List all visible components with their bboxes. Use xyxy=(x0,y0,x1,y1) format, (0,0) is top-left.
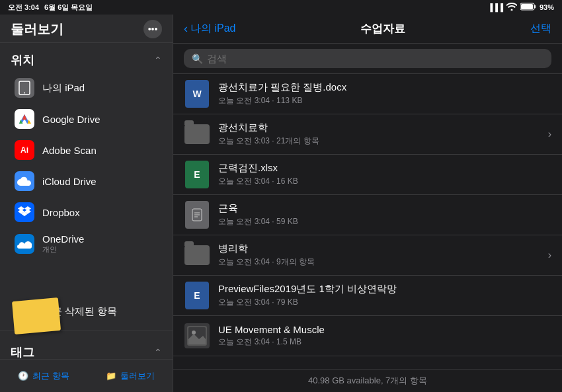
nav-back-button[interactable]: ‹ 나의 iPad xyxy=(184,22,235,36)
status-bar: 오전 3:04 6월 6일 목요일 ▐▐▐ 93% xyxy=(0,0,562,15)
search-icon: 🔍 xyxy=(192,54,203,64)
icloud-icon xyxy=(15,171,34,191)
recent-items-button[interactable]: 🕐 최근 항목 xyxy=(18,370,69,382)
file-name-6: PreviewFiles2019년도 1학기 비상연락망 xyxy=(218,283,551,295)
file-meta-7: 오늘 오전 3:04 · 1.5 MB xyxy=(218,336,551,348)
tags-chevron-icon: ⌃ xyxy=(154,347,162,358)
onedrive-label-wrap: OneDrive 개인 xyxy=(42,233,84,255)
file-name-4: 근육 xyxy=(218,202,551,215)
search-input[interactable] xyxy=(207,53,543,64)
sticky-note xyxy=(12,297,61,334)
status-right: ▐▐▐ 93% xyxy=(488,3,554,12)
file-icon-4 xyxy=(184,202,210,228)
file-name-7: UE Movement & Muscle xyxy=(218,324,551,335)
file-info-2: 광선치료학 오늘 오전 3:03 · 21개의 항목 xyxy=(218,122,540,147)
generic-icon xyxy=(185,201,209,229)
folder-chevron-icon-2: › xyxy=(548,249,551,261)
nav-back-label: 나의 iPad xyxy=(190,22,235,36)
file-item-3[interactable]: E 근력검진.xlsx 오늘 오전 3:04 · 16 KB xyxy=(173,155,562,195)
tags-section-header: 태그 ⌃ xyxy=(0,335,173,359)
onedrive-icon xyxy=(15,234,34,254)
file-item-1[interactable]: W 광선치료가 필요한 질병.docx 오늘 오전 3:04 · 113 KB xyxy=(173,74,562,114)
file-item-5[interactable]: 병리학 오늘 오전 3:04 · 9개의 항목 › xyxy=(173,235,562,276)
folder-icon: 📁 xyxy=(106,371,116,381)
search-bar-wrapper: 🔍 xyxy=(173,44,562,74)
svg-point-4 xyxy=(24,93,25,94)
sidebar-header: 둘러보기 ••• xyxy=(0,15,173,43)
sidebar: 둘러보기 ••• 위치 ⌃ 나의 iPad Google Drive xyxy=(0,15,173,392)
recent-label: 최근 항목 xyxy=(32,370,69,382)
location-section-label: 위치 xyxy=(11,52,34,68)
file-info-7: UE Movement & Muscle 오늘 오전 3:04 · 1.5 MB xyxy=(218,324,551,348)
file-icon-3: E xyxy=(184,161,210,188)
file-meta-4: 오늘 오전 3:04 · 59 KB xyxy=(218,216,551,227)
battery-percent: 93% xyxy=(540,3,554,11)
sidebar-content: 위치 ⌃ 나의 iPad Google Drive Ai Adobe Sc xyxy=(0,43,173,359)
gdrive-label: Google Drive xyxy=(42,114,100,125)
sidebar-item-dropbox[interactable]: Dropbox xyxy=(4,197,169,227)
battery-icon xyxy=(520,3,536,12)
icloud-label: iCloud Drive xyxy=(42,176,97,187)
gdrive-icon xyxy=(15,109,34,129)
file-item-4[interactable]: 근육 오늘 오전 3:04 · 59 KB xyxy=(173,195,562,235)
file-icon-6: E xyxy=(184,282,210,309)
status-left: 오전 3:04 6월 6일 목요일 xyxy=(8,3,93,13)
signal-icon: ▐▐▐ xyxy=(488,3,503,11)
svg-rect-1 xyxy=(534,5,536,9)
file-info-5: 병리학 오늘 오전 3:04 · 9개의 항목 xyxy=(218,243,540,268)
status-footer: 40.98 GB available, 7개의 항목 xyxy=(173,369,562,392)
location-section-header: 위치 ⌃ xyxy=(0,43,173,72)
sidebar-item-onedrive[interactable]: OneDrive 개인 xyxy=(4,228,169,260)
sidebar-item-ipad[interactable]: 나의 iPad xyxy=(4,73,169,103)
file-icon-1: W xyxy=(184,81,210,107)
file-info-3: 근력검진.xlsx 오늘 오전 3:04 · 16 KB xyxy=(218,162,551,187)
file-icon-7 xyxy=(184,323,210,349)
status-time: 오전 3:04 xyxy=(8,3,39,13)
select-button[interactable]: 선택 xyxy=(530,22,551,36)
file-item-6[interactable]: E PreviewFiles2019년도 1학기 비상연락망 오늘 오전 3:0… xyxy=(173,276,562,316)
sidebar-title: 둘러보기 xyxy=(11,20,63,38)
sidebar-item-adobe[interactable]: Ai Adobe Scan xyxy=(4,135,169,165)
clock-icon: 🕐 xyxy=(18,371,28,381)
word-icon: W xyxy=(185,80,209,108)
file-icon-2 xyxy=(184,121,210,147)
dropbox-icon xyxy=(15,202,34,222)
status-date: 6월 6일 목요일 xyxy=(44,3,93,13)
adobe-label: Adobe Scan xyxy=(42,145,97,156)
search-bar: 🔍 xyxy=(184,49,551,68)
adobe-icon: Ai xyxy=(15,140,34,160)
sidebar-item-gdrive[interactable]: Google Drive xyxy=(4,104,169,134)
file-list: W 광선치료가 필요한 질병.docx 오늘 오전 3:04 · 113 KB … xyxy=(173,74,562,369)
nav-bar: ‹ 나의 iPad 수업자료 선택 xyxy=(173,15,562,44)
onedrive-label: OneDrive xyxy=(42,233,84,245)
dropbox-label: Dropbox xyxy=(42,207,80,218)
back-chevron-icon: ‹ xyxy=(184,22,188,36)
file-meta-3: 오늘 오전 3:04 · 16 KB xyxy=(218,176,551,187)
location-chevron-icon: ⌃ xyxy=(154,55,162,65)
nav-title: 수업자료 xyxy=(360,21,405,36)
sidebar-item-icloud[interactable]: iCloud Drive xyxy=(4,166,169,196)
file-icon-5 xyxy=(184,242,210,268)
file-meta-2: 오늘 오전 3:03 · 21개의 항목 xyxy=(218,136,540,147)
file-info-6: PreviewFiles2019년도 1학기 비상연락망 오늘 오전 3:04 … xyxy=(218,283,551,308)
sidebar-bottom: 🕐 최근 항목 📁 둘러보기 xyxy=(0,359,173,392)
file-name-5: 병리학 xyxy=(218,243,540,255)
browse-label: 둘러보기 xyxy=(120,370,155,382)
file-info-1: 광선치료가 필요한 질병.docx 오늘 오전 3:04 · 113 KB xyxy=(218,81,551,106)
folder-icon-1 xyxy=(184,124,210,144)
sidebar-more-button[interactable]: ••• xyxy=(143,20,162,38)
tags-section-label: 태그 xyxy=(11,344,34,359)
main-content: ‹ 나의 iPad 수업자료 선택 🔍 W 광선치료가 필요한 질병.docx xyxy=(173,15,562,392)
onedrive-sublabel: 개인 xyxy=(42,245,84,255)
wifi-icon xyxy=(506,3,517,12)
file-item-2[interactable]: 광선치료학 오늘 오전 3:03 · 21개의 항목 › xyxy=(173,114,562,155)
main-layout: 둘러보기 ••• 위치 ⌃ 나의 iPad Google Drive xyxy=(0,15,562,392)
file-item-7[interactable]: UE Movement & Muscle 오늘 오전 3:04 · 1.5 MB xyxy=(173,316,562,356)
folder-icon-2 xyxy=(184,245,210,265)
ipad-icon xyxy=(15,78,34,98)
browse-button[interactable]: 📁 둘러보기 xyxy=(106,370,155,382)
file-name-3: 근력검진.xlsx xyxy=(218,162,551,175)
word-icon-2: E xyxy=(185,282,209,309)
file-meta-6: 오늘 오전 3:04 · 79 KB xyxy=(218,297,551,308)
svg-rect-2 xyxy=(521,4,533,9)
